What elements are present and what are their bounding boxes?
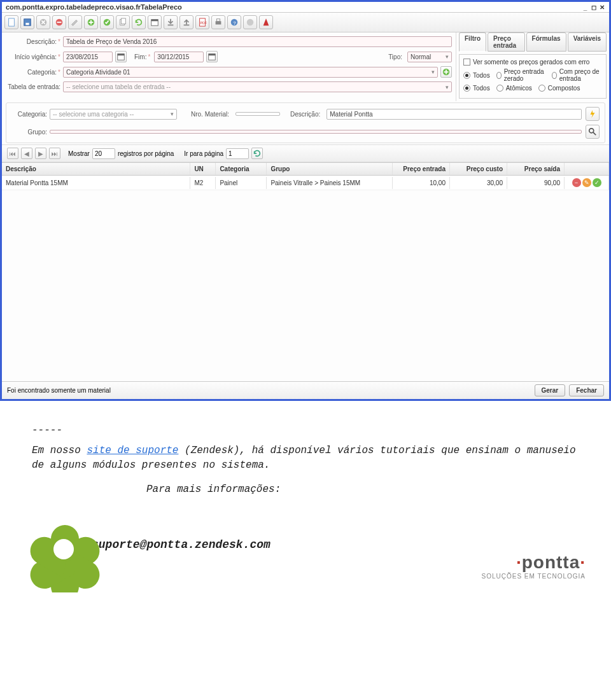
- err-checkbox[interactable]: [463, 59, 470, 66]
- cell-grupo: Paineis Vitralle > Paineis 15MM: [267, 177, 393, 189]
- toolbar-pdf-icon[interactable]: PDF: [195, 15, 209, 29]
- window-minimize-icon[interactable]: _: [582, 4, 589, 11]
- row2-radio-atomicos[interactable]: [496, 85, 503, 92]
- toolbar-extra2-icon[interactable]: [259, 15, 273, 29]
- brand-subtitle: SOLUÇÕES EM TECNOLOGIA: [481, 573, 586, 580]
- tabela-label: Tabela de entrada:: [6, 83, 63, 90]
- row1-radio-compreco[interactable]: [552, 72, 557, 79]
- categoria-add-icon[interactable]: [440, 66, 452, 78]
- search-find-icon[interactable]: [586, 125, 600, 139]
- svg-rect-2: [25, 23, 29, 25]
- tab-variaveis[interactable]: Variáveis: [568, 32, 607, 52]
- row-delete-icon[interactable]: −: [572, 178, 581, 187]
- tabela-select[interactable]: -- selecione uma tabela de entrada --▾: [63, 81, 452, 92]
- row1-radio-todos[interactable]: [463, 72, 470, 79]
- pager-next-icon[interactable]: ▶: [35, 148, 46, 159]
- svg-rect-17: [216, 19, 220, 22]
- pager-irpara-input[interactable]: [226, 148, 249, 159]
- search-descricao-label: Descrição:: [290, 111, 323, 118]
- cell-categoria: Painel: [216, 177, 267, 189]
- row2-radio-compostos[interactable]: [538, 85, 545, 92]
- col-categoria[interactable]: Categoria: [216, 163, 267, 175]
- search-grupo-label: Grupo:: [11, 129, 50, 136]
- cell-preco-entrada: 10,00: [393, 177, 450, 189]
- tab-formulas[interactable]: Fórmulas: [526, 32, 566, 52]
- svg-point-20: [247, 19, 254, 26]
- inicio-input[interactable]: 23/08/2015: [63, 52, 113, 62]
- col-preco-custo[interactable]: Preço custo: [450, 163, 507, 175]
- inicio-calendar-icon[interactable]: [115, 51, 127, 62]
- col-descricao[interactable]: Descrição: [2, 163, 190, 175]
- search-nro-input[interactable]: [235, 112, 280, 116]
- toolbar-cancel-icon[interactable]: [36, 15, 50, 29]
- svg-rect-13: [184, 25, 190, 26]
- grid-empty-area: [2, 190, 609, 381]
- toolbar-extra1-icon[interactable]: [243, 15, 257, 29]
- status-text: Foi encontrado somente um material: [7, 387, 111, 394]
- gerar-button[interactable]: Gerar: [535, 384, 566, 396]
- row1-radio-zerado[interactable]: [496, 72, 502, 79]
- svg-rect-22: [118, 54, 125, 56]
- toolbar-delete-icon[interactable]: [52, 15, 66, 29]
- tipo-select[interactable]: Normal▾: [407, 52, 452, 62]
- support-link[interactable]: site de suporte: [87, 445, 178, 456]
- main-toolbar: PDF ?: [2, 13, 609, 32]
- search-categoria-select[interactable]: -- selecione uma categoria --▾: [50, 109, 177, 120]
- toolbar-refresh-icon[interactable]: [132, 15, 146, 29]
- pager-refresh-icon[interactable]: [251, 148, 263, 159]
- svg-point-26: [589, 129, 594, 133]
- leaf-logo-icon: [25, 510, 95, 580]
- toolbar-copy-icon[interactable]: [116, 15, 130, 29]
- brand-logo: ·pontta·: [481, 552, 586, 573]
- fim-input[interactable]: 30/12/2015: [154, 52, 204, 62]
- footer-bar: Foi encontrado somente um material Gerar…: [2, 381, 609, 399]
- window-maximize-icon[interactable]: ◻: [590, 4, 597, 11]
- row-confirm-icon[interactable]: ✓: [593, 178, 601, 187]
- cell-preco-custo: 30,00: [450, 177, 507, 189]
- col-un[interactable]: UN: [190, 163, 216, 175]
- search-categoria-label: Categoria:: [11, 111, 50, 118]
- col-preco-saida[interactable]: Preço saída: [507, 163, 565, 175]
- categoria-select[interactable]: Categoria Atividade 01▾: [63, 67, 438, 78]
- pager-mostrar-input[interactable]: [92, 148, 115, 159]
- window-close-icon[interactable]: ✕: [598, 4, 605, 11]
- tab-preco-entrada[interactable]: Preço entrada: [488, 32, 525, 52]
- toolbar-import-icon[interactable]: [164, 15, 178, 29]
- categoria-label: Categoria:*: [6, 69, 63, 76]
- svg-rect-11: [151, 20, 158, 22]
- toolbar-add-icon[interactable]: [84, 15, 98, 29]
- fim-calendar-icon[interactable]: [206, 51, 218, 62]
- toolbar-help-icon[interactable]: ?: [227, 15, 241, 29]
- svg-rect-9: [121, 18, 125, 24]
- svg-rect-12: [168, 25, 174, 26]
- toolbar-export-icon[interactable]: [179, 15, 193, 29]
- descricao-input[interactable]: Tabela de Preço de Venda 2016: [63, 36, 452, 47]
- pager-first-icon[interactable]: ⏮: [7, 148, 18, 159]
- row-edit-icon[interactable]: ✎: [582, 178, 591, 187]
- fechar-button[interactable]: Fechar: [569, 384, 604, 396]
- search-grupo-input[interactable]: [50, 130, 582, 134]
- row2-radio-todos[interactable]: [463, 85, 470, 92]
- toolbar-print-icon[interactable]: [211, 15, 225, 29]
- toolbar-new-icon[interactable]: [4, 15, 18, 29]
- toolbar-calendar-icon[interactable]: [148, 15, 162, 29]
- toolbar-edit-icon[interactable]: [68, 15, 82, 29]
- col-preco-entrada[interactable]: Preço entrada: [393, 163, 450, 175]
- col-grupo[interactable]: Grupo: [267, 163, 393, 175]
- svg-text:?: ?: [233, 20, 236, 26]
- table-row[interactable]: Material Pontta 15MM M2 Painel Paineis V…: [2, 176, 609, 190]
- pager-prev-icon[interactable]: ◀: [21, 148, 32, 159]
- pager-last-icon[interactable]: ⏭: [49, 148, 60, 159]
- toolbar-ok-icon[interactable]: [100, 15, 114, 29]
- svg-rect-5: [57, 22, 62, 23]
- svg-rect-16: [216, 21, 221, 24]
- app-window-frame: com.pontta.expro.tabeladepreco.visao.frT…: [0, 0, 611, 401]
- separator: -----: [32, 423, 579, 437]
- toolbar-save-icon[interactable]: [20, 15, 34, 29]
- pager-regpp-label: registros por página: [118, 150, 174, 157]
- tab-filtro[interactable]: Filtro: [459, 32, 486, 52]
- search-bolt-icon[interactable]: [586, 107, 600, 121]
- window-titlebar: com.pontta.expro.tabeladepreco.visao.frT…: [2, 2, 609, 13]
- search-descricao-input[interactable]: Material Pontta: [327, 109, 582, 120]
- window-title: com.pontta.expro.tabeladepreco.visao.frT…: [6, 3, 182, 11]
